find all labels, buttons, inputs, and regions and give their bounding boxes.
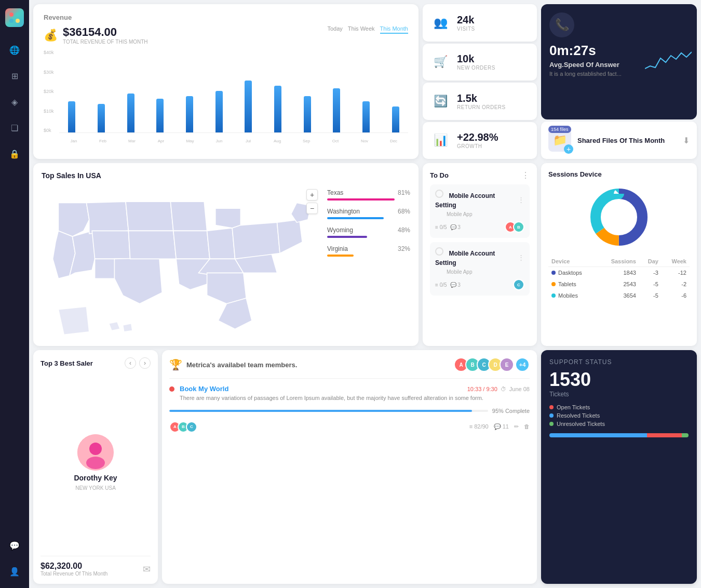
user-icon[interactable]: 👤 [6,563,23,580]
seller-name: Dorothy Key [74,474,117,482]
todo-item-menu-1[interactable]: ⋮ [518,196,524,204]
bar-group [118,50,143,132]
project-time: 10:33 / 9:30 [467,386,497,392]
orders-value: 10k [457,53,495,65]
todo-item-menu-2[interactable]: ⋮ [518,253,524,261]
team-plus[interactable]: +4 [515,357,530,372]
todo-menu-icon[interactable]: ⋮ [521,170,530,180]
project-card: 🏆 Metrica's availabel team members. ABCD… [162,350,537,584]
map-controls: + − [306,189,318,214]
tab-today[interactable]: Today [327,25,342,34]
call-desc: It is a long established fact... [549,71,622,77]
support-label: Tickets [549,391,689,398]
bar [392,106,399,132]
project-name: Book My World [180,385,228,393]
seller-avatar [77,434,114,471]
seller-prev-button[interactable]: ‹ [125,357,136,369]
todo-avatars-1: A B [508,221,524,233]
svg-marker-4 [58,203,89,236]
revenue-card: Revenue 💰 $36154.00 TOTAL REVENUE OF THI… [33,4,419,159]
svg-marker-10 [114,258,162,304]
todo-comments-1: 💬 3 [450,224,461,230]
svg-marker-8 [92,231,130,259]
call-timer: 0m:27s [549,43,622,59]
stat-visits: 👥 24k VISITS [423,4,537,42]
todo-item-2: Mobile Account Setting ⋮ Mobile App ≡ 0/… [430,242,530,296]
cube-icon[interactable]: ◈ [6,93,23,110]
chart-x-labels: JanFebMarAprMayJunJulAugSepOctNovDec [59,139,408,143]
orders-icon: 🛒 [431,52,450,71]
email-icon[interactable]: ✉ [143,564,151,575]
growth-icon: 📊 [431,131,450,150]
todo-checkbox-2[interactable] [435,247,443,256]
progress-pct: 95% Complete [492,408,530,414]
team-avatars: ABCDE [454,357,514,372]
svg-point-2 [9,19,14,23]
bar-group [206,50,232,132]
files-badge: 154 files [548,126,571,133]
svg-point-3 [16,19,20,23]
lock-icon[interactable]: 🔒 [6,145,23,162]
support-bar [549,433,689,437]
svg-point-0 [9,12,14,17]
sessions-card: Sessions Device Device [541,163,697,346]
bar [98,104,105,132]
grid-icon[interactable]: ⊞ [6,68,23,84]
bottom-row: Top 3 Best Saler ‹ › Dorothy Key NEW YOR… [29,348,701,588]
main-content: Revenue 💰 $36154.00 TOTAL REVENUE OF THI… [29,0,701,588]
avatar-2: B [513,221,524,233]
zoom-out-button[interactable]: − [306,203,318,214]
seller-revenue: $62,320.00 [41,562,107,571]
tab-this-week[interactable]: This Week [348,25,375,34]
chat-icon[interactable]: 💬 [6,537,23,554]
revenue-subtitle: TOTAL REVENUE OF THIS MONTH [63,39,148,45]
project-item: Book My World 10:33 / 9:30 ⏱ June 08 The… [169,385,530,433]
col-day: Day [639,256,662,267]
bar [215,91,223,132]
sessions-table: Device Sassions Day Week Dasktops 1843 -… [548,256,690,301]
svg-marker-26 [109,322,120,330]
legend-item: Unresolved Tickets [549,421,689,427]
stat-growth: 📊 +22.98% GROWTH [423,122,537,159]
chart-y-labels: $40k $30k $20k $10k $0k [44,50,58,133]
bar [304,96,311,132]
zoom-in-button[interactable]: + [306,189,318,201]
bar-group [383,50,408,132]
support-legend: Open TicketsResolved TicketsUnresolved T… [549,404,689,427]
sidebar-logo[interactable] [5,8,24,27]
sales-item: Wyoming 48% [327,226,410,238]
files-add-button[interactable]: + [564,144,573,154]
bar-group [147,50,173,132]
us-map: + − [42,185,322,355]
todo-checkbox-1[interactable] [435,190,443,198]
globe-icon[interactable]: 🌐 [6,42,23,58]
seller-next-button[interactable]: › [139,357,151,369]
bar-group [265,50,291,132]
delete-icon[interactable]: 🗑 [524,423,530,430]
growth-value: +22.98% [457,131,498,143]
todo-tasks-1: ≡ 0/5 [435,224,447,230]
legend-item: Resolved Tickets [549,412,689,419]
mini-chart [645,48,692,76]
seller-body: Dorothy Key NEW YORK USA [41,374,151,551]
project-footer: A B C ≡ 82/90 💬 11 ✏ 🗑 [169,421,530,433]
orders-label: NEW ORDERS [457,65,495,71]
bar-group [354,50,379,132]
todo-title: To Do [430,171,449,179]
avatar-3: C [513,279,524,290]
download-icon[interactable]: ⬇ [683,136,690,145]
revenue-amount: $36154.00 [63,25,148,39]
project-info: Book My World 10:33 / 9:30 ⏱ June 08 The… [180,385,530,403]
tab-this-month[interactable]: This Month [380,25,408,34]
todo-card: To Do ⋮ Mobile Account Setting ⋮ Mobile … [423,163,537,346]
edit-icon[interactable]: ✏ [514,423,519,430]
returns-value: 1.5k [457,92,506,104]
copy-icon[interactable]: ❏ [6,119,23,136]
chart-area [59,50,408,133]
sidebar: 🌐 ⊞ ◈ ❏ 🔒 💬 👤 [0,0,29,588]
bar [127,93,134,132]
todo-item-sub-1: Mobile App [447,211,524,217]
call-card: 📞 0m:27s Avg.Speed Of Answer It is a lon… [541,4,697,119]
clock-icon: ⏱ [501,386,506,392]
top-row: Revenue 💰 $36154.00 TOTAL REVENUE OF THI… [29,0,701,161]
